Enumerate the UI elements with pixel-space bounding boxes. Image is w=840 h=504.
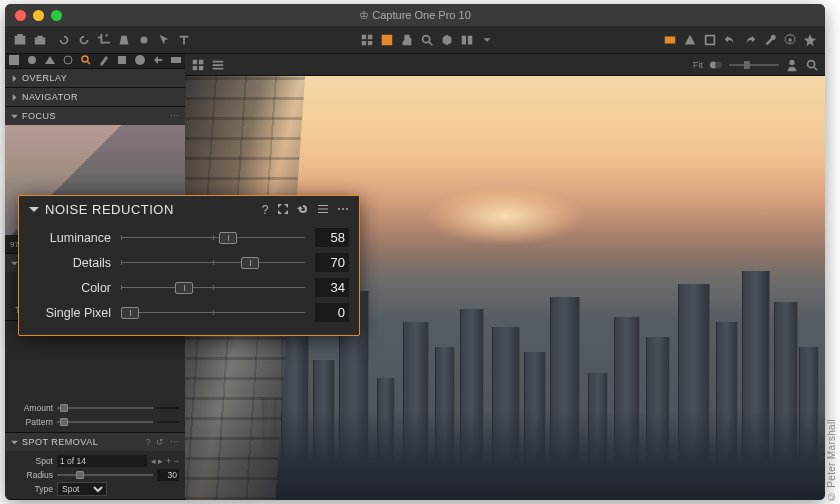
overlay-panel-header[interactable]: OVERLAY xyxy=(5,69,185,87)
crop-icon[interactable] xyxy=(97,33,111,47)
details-label: Details xyxy=(29,256,111,270)
svg-point-1 xyxy=(141,36,148,43)
window-controls xyxy=(5,10,62,21)
details-value[interactable]: 70 xyxy=(315,253,349,272)
svg-point-21 xyxy=(346,208,348,210)
close-window-button[interactable] xyxy=(15,10,26,21)
keystone-icon[interactable] xyxy=(117,33,131,47)
spot-type-row: Type Spot xyxy=(5,482,185,496)
moire-pattern-slider[interactable] xyxy=(57,421,153,423)
color-tab[interactable] xyxy=(44,54,56,68)
details-slider[interactable] xyxy=(121,256,305,270)
redo-icon[interactable] xyxy=(743,33,757,47)
svg-rect-4 xyxy=(706,35,715,44)
spot-removal-header[interactable]: SPOT REMOVAL ?↺⋯ xyxy=(5,433,185,451)
svg-point-17 xyxy=(789,59,794,64)
svg-point-18 xyxy=(808,60,815,67)
svg-point-19 xyxy=(338,208,340,210)
luminance-label: Luminance xyxy=(29,231,111,245)
noise-reduction-panel: NOISE REDUCTION ? Luminance 58 Details 7… xyxy=(18,195,360,336)
import-icon[interactable] xyxy=(13,33,27,47)
local-tab[interactable] xyxy=(98,54,110,68)
undo-icon[interactable] xyxy=(723,33,737,47)
adjustments-tab[interactable] xyxy=(116,54,128,68)
color-row: Color 34 xyxy=(19,275,359,300)
fit-label[interactable]: Fit xyxy=(693,60,703,70)
viewer-zoom-slider[interactable] xyxy=(729,64,779,66)
focus-panel-header[interactable]: FOCUS ⋯ xyxy=(5,107,185,125)
focus-mask-icon[interactable] xyxy=(703,33,717,47)
metadata-tab[interactable] xyxy=(134,54,146,68)
camera-icon[interactable] xyxy=(33,33,47,47)
spot-number-row: Spot 1 of 14 ◂ ▸ + − xyxy=(5,454,185,468)
chevron-down-icon xyxy=(11,113,18,120)
spot-stepper[interactable]: ◂ ▸ + − xyxy=(151,456,179,466)
gear-icon[interactable] xyxy=(783,33,797,47)
viewer-person-icon[interactable] xyxy=(785,58,799,72)
spot-icon[interactable] xyxy=(137,33,151,47)
svg-point-11 xyxy=(135,55,145,65)
single-pixel-row: Single Pixel 0 xyxy=(19,300,359,325)
svg-rect-6 xyxy=(9,55,19,65)
viewer-search-icon[interactable] xyxy=(805,58,819,72)
navigator-panel-header[interactable]: NAVIGATOR xyxy=(5,88,185,106)
preset-menu-icon[interactable] xyxy=(317,203,329,215)
moire-pattern-label: Pattern xyxy=(11,417,53,427)
zoom-tool-icon[interactable] xyxy=(420,33,434,47)
browser-grid-icon[interactable] xyxy=(191,58,205,72)
expand-icon[interactable] xyxy=(277,203,289,215)
chevron-down-icon xyxy=(29,205,39,215)
reset-icon[interactable] xyxy=(297,203,309,215)
single-pixel-slider[interactable] xyxy=(121,306,305,320)
rotate-right-icon[interactable] xyxy=(77,33,91,47)
moire-amount-slider[interactable] xyxy=(57,407,153,409)
moire-amount-label: Amount xyxy=(11,403,53,413)
browser-list-icon[interactable] xyxy=(211,58,225,72)
warning-icon[interactable] xyxy=(683,33,697,47)
svg-point-16 xyxy=(715,61,722,68)
zoom-window-button[interactable] xyxy=(51,10,62,21)
single-pixel-value[interactable]: 0 xyxy=(315,303,349,322)
exposure-warning-icon[interactable] xyxy=(709,58,723,72)
noise-reduction-header[interactable]: NOISE REDUCTION ? xyxy=(19,196,359,223)
luminance-row: Luminance 58 xyxy=(19,225,359,250)
minimize-window-button[interactable] xyxy=(33,10,44,21)
hand-tool-icon[interactable] xyxy=(400,33,414,47)
details-row: Details 70 xyxy=(19,250,359,275)
grid-view-icon[interactable] xyxy=(360,33,374,47)
batch-tab[interactable] xyxy=(170,54,182,68)
details-tab[interactable] xyxy=(80,54,92,68)
svg-point-7 xyxy=(28,56,36,64)
text-icon[interactable] xyxy=(177,33,191,47)
spot-radius-slider[interactable] xyxy=(57,474,153,476)
color-value[interactable]: 34 xyxy=(315,278,349,297)
proof-icon[interactable] xyxy=(663,33,677,47)
svg-rect-2 xyxy=(382,34,393,45)
spot-counter[interactable]: 1 of 14 xyxy=(57,455,147,467)
svg-point-20 xyxy=(342,208,344,210)
chevron-right-icon xyxy=(11,75,18,82)
exposure-tab[interactable] xyxy=(62,54,74,68)
svg-rect-10 xyxy=(118,56,126,64)
color-slider[interactable] xyxy=(121,281,305,295)
help-icon[interactable]: ? xyxy=(262,203,269,217)
capture-tab[interactable] xyxy=(26,54,38,68)
luminance-value[interactable]: 58 xyxy=(315,228,349,247)
mask-icon[interactable] xyxy=(440,33,454,47)
rotate-left-icon[interactable] xyxy=(57,33,71,47)
wrench-icon[interactable] xyxy=(763,33,777,47)
luminance-slider[interactable] xyxy=(121,231,305,245)
before-after-icon[interactable] xyxy=(460,33,474,47)
cursor-icon[interactable] xyxy=(157,33,171,47)
more-icon[interactable] xyxy=(337,203,349,215)
single-view-icon[interactable] xyxy=(380,33,394,47)
photo-credit: © Peter Marshall xyxy=(826,419,837,502)
dropdown-icon[interactable] xyxy=(480,33,494,47)
library-tab[interactable] xyxy=(8,54,20,68)
chevron-down-icon xyxy=(11,439,18,446)
color-label: Color xyxy=(29,281,111,295)
star-icon[interactable] xyxy=(803,33,817,47)
spot-type-select[interactable]: Spot xyxy=(57,482,107,496)
svg-rect-12 xyxy=(171,57,181,63)
output-tab[interactable] xyxy=(152,54,164,68)
